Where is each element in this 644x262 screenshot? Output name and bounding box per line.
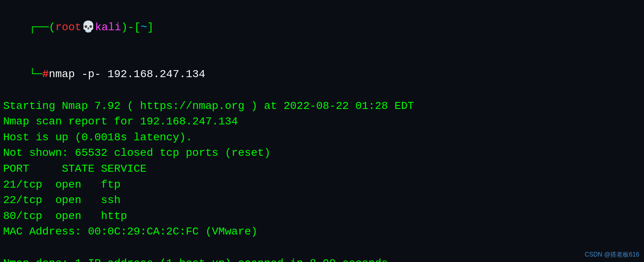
bracket-end: ] xyxy=(147,21,154,33)
output-line-3: Host is up (0.0018s latency). xyxy=(3,130,641,146)
output-line-4: Not shown: 65532 closed tcp ports (reset… xyxy=(3,145,641,161)
output-line-8: 80/tcp open http xyxy=(3,209,641,224)
output-line-6: 21/tcp open ftp xyxy=(3,177,641,193)
output-line-1: Starting Nmap 7.92 ( https://nmap.org ) … xyxy=(3,98,641,114)
corner-dash: ┌──( xyxy=(29,21,55,33)
prompt-skull: 💀 xyxy=(82,21,95,33)
prompt-bracket-line: ┌──(root💀kali)-[~] xyxy=(3,4,641,51)
output-line-10 xyxy=(3,240,641,256)
prompt-user: root xyxy=(55,21,81,33)
output-line-11: Nmap done: 1 IP address (1 host up) scan… xyxy=(3,256,641,262)
prompt-dir: ~ xyxy=(141,21,147,33)
watermark: CSDN @搭老板616 xyxy=(585,250,639,259)
output-line-7: 22/tcp open ssh xyxy=(3,193,641,209)
bracket-close: )-[ xyxy=(121,21,141,33)
prompt-connector: └─ xyxy=(29,68,42,80)
command-text: nmap -p- 192.168.247.134 xyxy=(49,68,205,80)
prompt-hash: # xyxy=(42,68,49,80)
output-line-5: PORT STATE SERVICE xyxy=(3,161,641,177)
prompt-host: kali xyxy=(95,21,121,33)
output-line-9: MAC Address: 00:0C:29:CA:2C:FC (VMware) xyxy=(3,224,641,240)
terminal-window: ┌──(root💀kali)-[~] └─#nmap -p- 192.168.2… xyxy=(0,0,644,262)
output-line-2: Nmap scan report for 192.168.247.134 xyxy=(3,114,641,130)
command-line: └─#nmap -p- 192.168.247.134 xyxy=(3,51,641,98)
